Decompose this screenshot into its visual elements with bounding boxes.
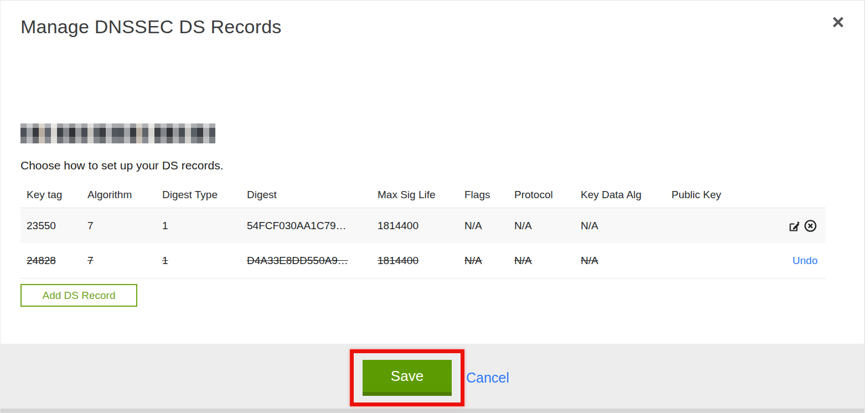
cancel-link[interactable]: Cancel <box>466 370 509 386</box>
cell-flags: N/A <box>464 220 514 232</box>
save-button[interactable]: Save <box>363 360 452 396</box>
cell-key-data-alg: N/A <box>581 255 671 267</box>
cell-digest-type: 1 <box>162 255 247 267</box>
col-public-key: Public Key <box>671 189 783 201</box>
col-flags: Flags <box>464 189 514 201</box>
manage-dnssec-modal: Manage DNSSEC DS Records Choose how to s… <box>0 0 865 413</box>
col-key-tag: Key tag <box>20 189 87 201</box>
cell-protocol: N/A <box>514 255 581 267</box>
bottom-edge-strip <box>1 409 864 412</box>
cell-algorithm: 7 <box>87 220 162 232</box>
instruction-text: Choose how to set up your DS records. <box>20 159 224 172</box>
page-title: Manage DNSSEC DS Records <box>20 16 282 38</box>
cell-digest-type: 1 <box>162 220 247 232</box>
close-icon[interactable] <box>830 14 846 30</box>
row-actions <box>783 219 825 233</box>
row-actions: Undo <box>783 255 825 267</box>
ds-records-table: Key tag Algorithm Digest Type Digest Max… <box>20 182 825 278</box>
cell-digest: 54FCF030AA1C79… <box>247 220 378 232</box>
edit-record-icon[interactable] <box>787 219 802 233</box>
col-protocol: Protocol <box>514 189 581 201</box>
cell-algorithm: 7 <box>87 255 162 267</box>
col-digest: Digest <box>247 189 378 201</box>
table-row: 23550 7 1 54FCF030AA1C79… 1814400 N/A N/… <box>20 208 825 243</box>
cell-key-data-alg: N/A <box>581 220 671 232</box>
cell-max-sig-life: 1814400 <box>378 255 464 267</box>
add-ds-record-button[interactable]: Add DS Record <box>20 284 137 307</box>
col-digest-type: Digest Type <box>162 189 247 201</box>
table-header-row: Key tag Algorithm Digest Type Digest Max… <box>20 182 825 208</box>
redacted-domain-name <box>20 123 215 143</box>
cell-max-sig-life: 1814400 <box>378 220 464 232</box>
table-row-deleted: 24828 7 1 D4A33E8DD550A9… 1814400 N/A N/… <box>20 243 825 278</box>
undo-link[interactable]: Undo <box>793 255 818 267</box>
cell-key-tag: 23550 <box>20 220 87 232</box>
cell-key-tag: 24828 <box>20 255 87 267</box>
remove-record-icon[interactable] <box>803 219 818 233</box>
col-max-sig-life: Max Sig Life <box>378 189 464 201</box>
cell-flags: N/A <box>464 255 514 267</box>
col-algorithm: Algorithm <box>87 189 162 201</box>
col-key-data-alg: Key Data Alg <box>581 189 671 201</box>
x-cross-glyph <box>831 16 845 29</box>
cell-protocol: N/A <box>514 220 581 232</box>
cell-digest: D4A33E8DD550A9… <box>247 255 378 267</box>
